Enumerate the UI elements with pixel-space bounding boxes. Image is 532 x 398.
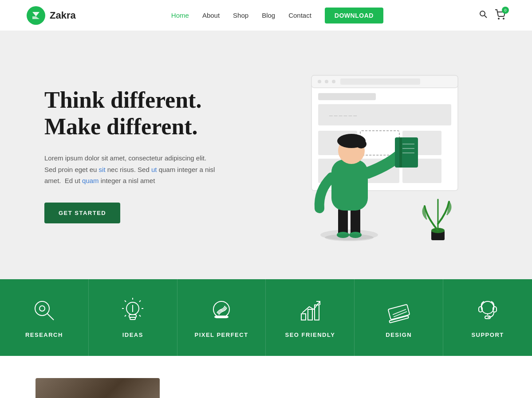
feature-ideas-label: IDEAS bbox=[122, 332, 143, 338]
ideas-icon bbox=[119, 297, 146, 324]
feature-pixel-perfect[interactable]: PIXEL PERFECT bbox=[177, 279, 266, 356]
cart-button[interactable]: 0 bbox=[495, 9, 505, 22]
feature-pixel-label: PIXEL PERFECT bbox=[195, 332, 248, 338]
svg-point-0 bbox=[480, 11, 485, 16]
search-button[interactable] bbox=[479, 10, 488, 21]
hero-section: Think different. Make different. Lorem i… bbox=[0, 31, 532, 279]
svg-point-28 bbox=[356, 140, 366, 148]
download-button[interactable]: DOWNLOAD bbox=[325, 8, 383, 23]
search-icon bbox=[479, 10, 488, 19]
svg-rect-30 bbox=[399, 137, 402, 168]
svg-point-2 bbox=[498, 18, 499, 19]
svg-line-57 bbox=[393, 309, 406, 315]
svg-line-45 bbox=[139, 300, 141, 302]
nav-blog[interactable]: Blog bbox=[262, 12, 275, 19]
svg-line-46 bbox=[125, 315, 126, 316]
svg-point-60 bbox=[481, 301, 494, 314]
feature-ideas[interactable]: IDEAS bbox=[89, 279, 177, 356]
feature-design-label: DESIGN bbox=[386, 332, 412, 338]
svg-point-36 bbox=[325, 234, 374, 241]
bottom-teaser: Take Design How To Build Yo... bbox=[0, 356, 532, 398]
svg-point-39 bbox=[39, 306, 45, 311]
feature-seo-label: SEO FRIENDLY bbox=[285, 332, 335, 338]
hero-description: Lorem ipsum dolor sit amet, consectetur … bbox=[44, 152, 215, 187]
hero-illustration: ─ ─ ─ ─ ─ ─ bbox=[215, 62, 497, 248]
nav-contact[interactable]: Contact bbox=[288, 12, 311, 19]
svg-text:─ ─ ─ ─ ─ ─: ─ ─ ─ ─ ─ ─ bbox=[329, 113, 357, 118]
nav-home[interactable]: Home bbox=[171, 12, 189, 19]
svg-line-1 bbox=[485, 16, 487, 18]
feature-research[interactable]: RESEARCH bbox=[0, 279, 89, 356]
svg-rect-52 bbox=[214, 316, 229, 318]
hero-title: Think different. Make different. bbox=[44, 87, 215, 140]
logo[interactable]: Zakra bbox=[27, 6, 76, 25]
seo-icon bbox=[297, 297, 323, 324]
svg-line-47 bbox=[139, 315, 141, 316]
svg-line-38 bbox=[47, 313, 54, 320]
svg-rect-25 bbox=[331, 160, 368, 211]
svg-point-6 bbox=[318, 80, 321, 83]
svg-rect-10 bbox=[318, 93, 376, 100]
svg-point-3 bbox=[503, 18, 504, 19]
nav-about[interactable]: About bbox=[202, 12, 220, 19]
hero-content: Think different. Make different. Lorem i… bbox=[44, 87, 215, 223]
teaser-title: Take Design How To Build Yo... bbox=[186, 396, 377, 398]
svg-point-8 bbox=[332, 80, 335, 83]
logo-icon bbox=[27, 6, 45, 25]
svg-rect-9 bbox=[340, 78, 420, 85]
svg-rect-54 bbox=[308, 309, 312, 320]
feature-design[interactable]: DESIGN bbox=[355, 279, 443, 356]
svg-rect-53 bbox=[301, 314, 306, 320]
teaser-image bbox=[35, 378, 160, 398]
header-icons: 0 bbox=[479, 9, 505, 22]
svg-point-7 bbox=[325, 80, 328, 83]
hero-link-sit[interactable]: sit bbox=[99, 166, 106, 173]
cart-count: 0 bbox=[502, 7, 509, 14]
design-icon bbox=[386, 297, 412, 324]
header: Zakra Home About Shop Blog Contact DOWNL… bbox=[0, 0, 532, 31]
feature-research-label: RESEARCH bbox=[25, 332, 63, 338]
hero-link-quam[interactable]: quam bbox=[82, 177, 99, 184]
research-icon bbox=[31, 297, 57, 324]
svg-rect-22 bbox=[351, 208, 360, 235]
nav-shop[interactable]: Shop bbox=[233, 12, 248, 19]
svg-rect-21 bbox=[338, 208, 348, 235]
svg-rect-49 bbox=[130, 317, 135, 320]
feature-seo[interactable]: SEO FRIENDLY bbox=[266, 279, 355, 356]
logo-text: Zakra bbox=[50, 10, 76, 21]
get-started-button[interactable]: GET STARTED bbox=[44, 203, 120, 223]
svg-line-44 bbox=[125, 300, 126, 302]
feature-support[interactable]: SUPPORT bbox=[443, 279, 532, 356]
main-nav: Home About Shop Blog Contact DOWNLOAD bbox=[171, 8, 383, 23]
hero-link-ut[interactable]: ut bbox=[151, 166, 157, 173]
features-strip: RESEARCH IDEAS PIXEL PERFECT bbox=[0, 279, 532, 356]
feature-support-label: SUPPORT bbox=[471, 332, 504, 338]
pixel-perfect-icon bbox=[208, 297, 235, 324]
support-icon bbox=[474, 297, 501, 324]
